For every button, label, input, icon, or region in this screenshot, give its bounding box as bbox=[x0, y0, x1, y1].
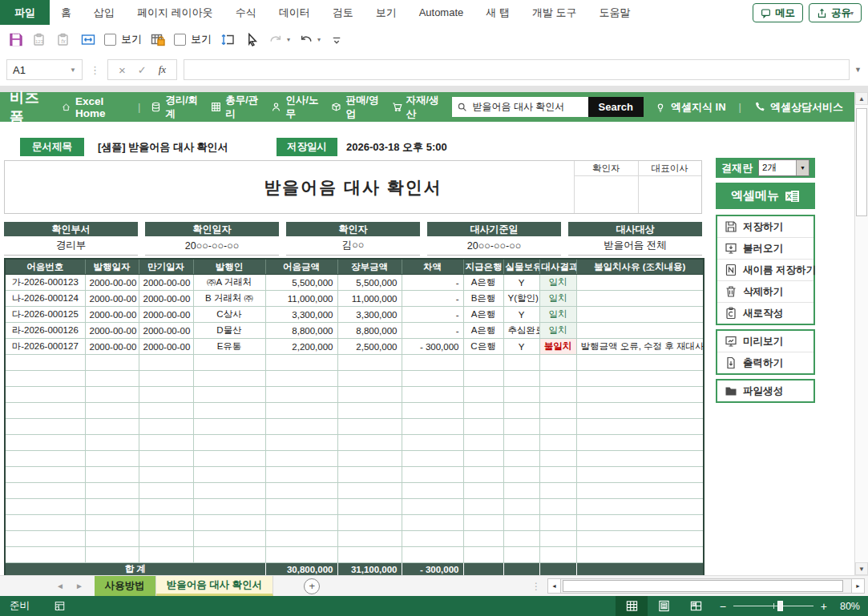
cell[interactable] bbox=[463, 515, 503, 531]
add-sheet-button[interactable]: + bbox=[304, 578, 320, 594]
cell[interactable] bbox=[576, 323, 704, 339]
insert-function-button[interactable]: fx bbox=[159, 63, 166, 76]
cell[interactable] bbox=[5, 451, 85, 467]
cell[interactable] bbox=[5, 435, 85, 451]
cell[interactable] bbox=[265, 419, 337, 435]
zoom-in-button[interactable]: + bbox=[821, 600, 827, 613]
cell[interactable] bbox=[402, 435, 463, 451]
cell[interactable]: 일치 bbox=[539, 275, 576, 291]
cell[interactable]: E유통 bbox=[193, 339, 265, 355]
cell[interactable] bbox=[139, 499, 193, 515]
cell[interactable] bbox=[576, 483, 704, 499]
cell[interactable]: ㈜A 거래처 bbox=[193, 275, 265, 291]
cell[interactable]: D물산 bbox=[193, 323, 265, 339]
cell[interactable] bbox=[337, 419, 402, 435]
cell[interactable]: 3,300,000 bbox=[265, 307, 337, 323]
cell[interactable] bbox=[337, 483, 402, 499]
cell[interactable] bbox=[265, 515, 337, 531]
select-cursor-button[interactable] bbox=[244, 31, 260, 47]
cell[interactable] bbox=[193, 355, 265, 371]
cell[interactable] bbox=[463, 371, 503, 387]
cell[interactable]: Y bbox=[503, 339, 539, 355]
search-button[interactable]: Search bbox=[588, 97, 644, 117]
cell[interactable] bbox=[503, 419, 539, 435]
info-field-value[interactable]: 김○○ bbox=[286, 236, 420, 256]
cell[interactable] bbox=[85, 531, 139, 547]
cell[interactable] bbox=[193, 403, 265, 419]
cell[interactable]: 2000-00-00 bbox=[139, 291, 193, 307]
protect-sheet-button[interactable] bbox=[150, 31, 166, 47]
cell[interactable] bbox=[402, 467, 463, 483]
cell[interactable] bbox=[576, 531, 704, 547]
cell[interactable]: 일치 bbox=[539, 291, 576, 307]
cell[interactable] bbox=[265, 387, 337, 403]
cell[interactable] bbox=[5, 483, 85, 499]
vertical-scrollbar[interactable]: ▲ ▼ bbox=[854, 92, 868, 575]
next-sheet-icon[interactable]: ► bbox=[75, 582, 83, 590]
cell[interactable]: - bbox=[402, 291, 463, 307]
info-field-value[interactable]: 20○○-○○-○○ bbox=[427, 236, 561, 256]
ribbon-tab-보기[interactable]: 보기 bbox=[365, 0, 408, 25]
cell[interactable]: - bbox=[402, 275, 463, 291]
column-width-button[interactable] bbox=[80, 31, 96, 47]
cell[interactable]: 발행금액 오류, 수정 후 재대사 bbox=[576, 339, 704, 355]
cell[interactable]: C상사 bbox=[193, 307, 265, 323]
cell[interactable]: - 300,000 bbox=[402, 339, 463, 355]
cell[interactable]: 2000-00-00 bbox=[139, 275, 193, 291]
zoom-out-button[interactable]: − bbox=[720, 600, 726, 613]
cell[interactable]: Y bbox=[503, 307, 539, 323]
cell[interactable] bbox=[193, 371, 265, 387]
cell[interactable] bbox=[503, 435, 539, 451]
ribbon-tab-Automate[interactable]: Automate bbox=[408, 0, 475, 25]
cell[interactable]: 일치 bbox=[539, 323, 576, 339]
cell[interactable]: A은행 bbox=[463, 323, 503, 339]
cell[interactable] bbox=[576, 403, 704, 419]
cell[interactable]: B 거래처 ㈜ bbox=[193, 291, 265, 307]
cell[interactable] bbox=[193, 531, 265, 547]
ribbon-tab-데이터[interactable]: 데이터 bbox=[268, 0, 321, 25]
cell[interactable] bbox=[463, 451, 503, 467]
tab-scroll-divider[interactable]: ⋮ bbox=[525, 576, 547, 596]
cell[interactable] bbox=[576, 435, 704, 451]
cell[interactable] bbox=[337, 451, 402, 467]
cell[interactable]: 11,000,000 bbox=[337, 291, 402, 307]
cell[interactable] bbox=[576, 547, 704, 563]
cell[interactable] bbox=[265, 483, 337, 499]
cell[interactable] bbox=[539, 371, 576, 387]
cell[interactable]: 2000-00-00 bbox=[85, 307, 139, 323]
cell[interactable] bbox=[337, 387, 402, 403]
cell[interactable] bbox=[402, 451, 463, 467]
menu-item-파일생성[interactable]: 파일생성 bbox=[717, 380, 813, 401]
cell[interactable] bbox=[539, 451, 576, 467]
sheet-tab-사용방법[interactable]: 사용방법 bbox=[95, 576, 156, 596]
cell[interactable] bbox=[539, 499, 576, 515]
cell[interactable] bbox=[337, 355, 402, 371]
cell[interactable] bbox=[402, 371, 463, 387]
cell[interactable] bbox=[463, 531, 503, 547]
cell[interactable] bbox=[576, 419, 704, 435]
cell[interactable] bbox=[193, 483, 265, 499]
cell[interactable] bbox=[576, 291, 704, 307]
cell[interactable]: 추심완료 bbox=[503, 323, 539, 339]
cell[interactable] bbox=[337, 547, 402, 563]
cell[interactable] bbox=[265, 371, 337, 387]
scroll-down-icon[interactable]: ▼ bbox=[855, 562, 868, 575]
paste-formulas-button[interactable]: fx bbox=[56, 31, 72, 47]
cell[interactable]: A은행 bbox=[463, 307, 503, 323]
cell[interactable] bbox=[265, 531, 337, 547]
name-box[interactable]: A1 ▼ bbox=[6, 59, 83, 80]
banner-category-판매/영업[interactable]: 판매/영업 bbox=[331, 94, 378, 121]
cell[interactable] bbox=[503, 483, 539, 499]
cell[interactable] bbox=[337, 371, 402, 387]
cell[interactable] bbox=[337, 403, 402, 419]
cell[interactable] bbox=[576, 467, 704, 483]
signature-cell[interactable] bbox=[638, 176, 702, 213]
cell[interactable] bbox=[503, 467, 539, 483]
cell[interactable]: Y(할인) bbox=[503, 291, 539, 307]
cell[interactable]: 2000-00-00 bbox=[85, 291, 139, 307]
cell[interactable] bbox=[193, 467, 265, 483]
cell[interactable] bbox=[463, 435, 503, 451]
cell[interactable] bbox=[337, 467, 402, 483]
cell[interactable] bbox=[539, 483, 576, 499]
menu-item-삭제하기[interactable]: 삭제하기 bbox=[717, 280, 813, 302]
